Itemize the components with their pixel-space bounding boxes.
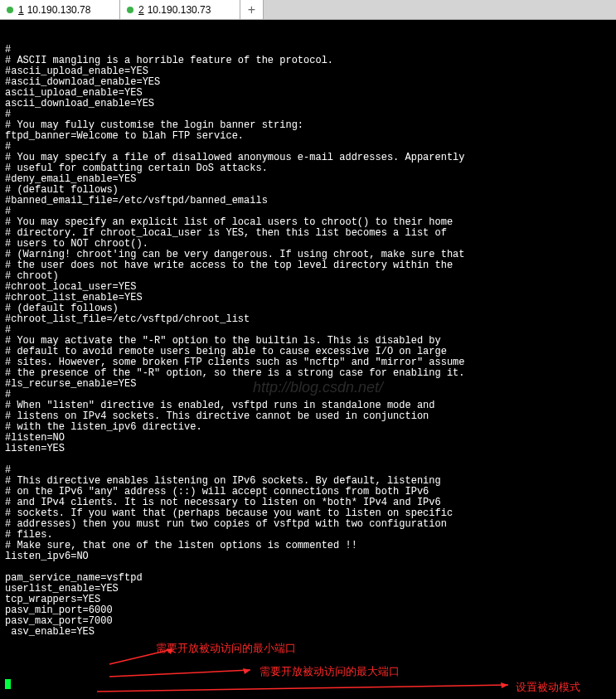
- arrow-icon: [95, 680, 514, 693]
- tab-number: 2: [138, 4, 144, 16]
- annotation-max-port: 需要开放被动访问的最大端口: [259, 666, 400, 677]
- arrow-icon: [108, 646, 178, 667]
- terminal-text: # # ASCII mangling is a horrible feature…: [5, 45, 611, 638]
- tab-ip: 10.190.130.73: [148, 4, 211, 16]
- plus-icon: +: [248, 2, 255, 17]
- annotation-min-port: 需要开放被动访问的最小端口: [156, 643, 296, 653]
- tab-ip: 10.190.130.78: [27, 4, 91, 16]
- terminal-output[interactable]: # # ASCII mangling is a horrible feature…: [0, 20, 616, 699]
- annotation-pasv-mode: 设置被动模式: [516, 682, 580, 692]
- terminal-cursor: [5, 679, 11, 689]
- tab-1[interactable]: 1 10.190.130.78: [0, 0, 120, 19]
- add-tab-button[interactable]: +: [240, 0, 264, 19]
- tab-2[interactable]: 2 10.190.130.73: [120, 0, 240, 19]
- arrow-icon: [108, 667, 257, 679]
- status-dot-icon: [7, 7, 13, 13]
- tab-bar: 1 10.190.130.78 2 10.190.130.73 +: [0, 0, 616, 20]
- tab-number: 1: [18, 4, 24, 16]
- status-dot-icon: [127, 7, 133, 13]
